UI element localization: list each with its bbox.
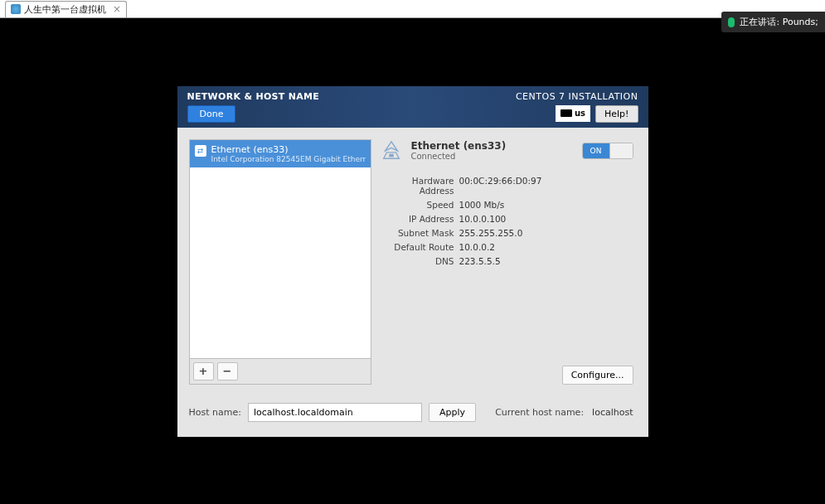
keyboard-layout-button[interactable]: us	[556, 105, 590, 122]
help-button[interactable]: Help!	[595, 105, 638, 123]
narration-text: 正在讲话: Pounds;	[740, 16, 818, 28]
nic-item-description: Intel Corporation 82545EM Gigabit Ethern…	[211, 155, 366, 163]
add-nic-button[interactable]: +	[193, 362, 214, 380]
vm-tab-title: 人生中第一台虚拟机	[24, 3, 106, 16]
dns-value: 223.5.5.5	[459, 256, 501, 266]
locale-label: us	[575, 109, 585, 118]
detail-panel: Ethernet (ens33) Connected ON Hardware A…	[378, 139, 637, 385]
microphone-icon	[728, 17, 735, 27]
ethernet-icon: ⇄	[195, 145, 206, 157]
close-icon[interactable]: ×	[113, 3, 121, 15]
installer-window: NETWORK & HOST NAME Done CENTOS 7 INSTAL…	[177, 86, 648, 437]
speed-label: Speed	[378, 200, 454, 210]
configure-button[interactable]: Configure...	[562, 366, 633, 385]
installation-title: CENTOS 7 INSTALLATION	[516, 91, 638, 102]
vm-tab-bar: 人生中第一台虚拟机 ×	[0, 0, 825, 18]
nic-item-name: Ethernet (ens33)	[211, 144, 366, 155]
current-hostname-label: Current host name:	[495, 407, 584, 418]
current-hostname-value: localhost	[592, 407, 633, 418]
connection-toggle[interactable]: ON	[582, 143, 633, 159]
nic-list[interactable]: ⇄ Ethernet (ens33) Intel Corporation 825…	[189, 139, 371, 359]
connection-name: Ethernet (ens33)	[411, 140, 507, 152]
vm-display: NETWORK & HOST NAME Done CENTOS 7 INSTAL…	[0, 18, 825, 504]
nic-list-item[interactable]: ⇄ Ethernet (ens33) Intel Corporation 825…	[190, 140, 371, 167]
installer-header: NETWORK & HOST NAME Done CENTOS 7 INSTAL…	[177, 86, 648, 128]
keyboard-icon	[561, 109, 572, 117]
content-area: ⇄ Ethernet (ens33) Intel Corporation 825…	[177, 128, 648, 396]
apply-button[interactable]: Apply	[429, 403, 476, 422]
toggle-knob	[609, 143, 633, 158]
done-button[interactable]: Done	[187, 105, 236, 123]
connection-status: Connected	[411, 152, 507, 161]
nic-panel: ⇄ Ethernet (ens33) Intel Corporation 825…	[189, 139, 371, 385]
ip-address-label: IP Address	[378, 214, 454, 224]
hostname-input[interactable]	[248, 403, 422, 422]
hw-address-value: 00:0C:29:66:D0:97	[459, 176, 542, 196]
narration-overlay: 正在讲话: Pounds;	[721, 12, 825, 32]
dns-label: DNS	[378, 256, 454, 266]
default-route-value: 10.0.0.2	[459, 242, 495, 252]
speed-value: 1000 Mb/s	[459, 200, 505, 210]
vm-icon	[11, 4, 21, 14]
hostname-label: Host name:	[189, 407, 241, 418]
ip-address-value: 10.0.0.100	[459, 214, 507, 224]
page-title: NETWORK & HOST NAME	[187, 91, 320, 102]
subnet-mask-label: Subnet Mask	[378, 228, 454, 238]
nic-toolbar: + −	[189, 359, 371, 385]
remove-nic-button[interactable]: −	[217, 362, 238, 380]
network-card-icon	[378, 139, 405, 162]
hw-address-label: Hardware Address	[378, 176, 454, 196]
default-route-label: Default Route	[378, 242, 454, 252]
svg-rect-0	[389, 153, 394, 157]
connection-info: Hardware Address 00:0C:29:66:D0:97 Speed…	[378, 172, 637, 266]
toggle-on-label: ON	[583, 143, 609, 158]
subnet-mask-value: 255.255.255.0	[459, 228, 523, 238]
vm-tab[interactable]: 人生中第一台虚拟机 ×	[5, 1, 127, 17]
hostname-footer: Host name: Apply Current host name: loca…	[177, 396, 648, 437]
